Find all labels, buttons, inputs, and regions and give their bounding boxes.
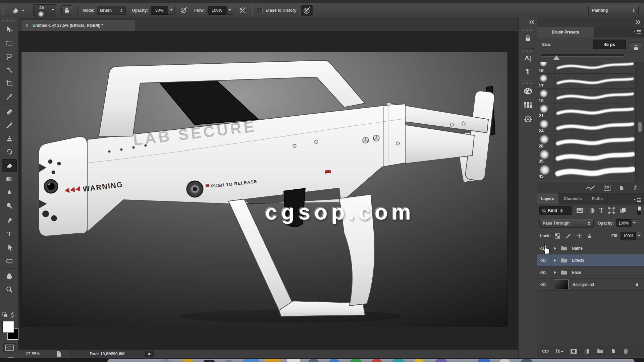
airbrush-toggle-button[interactable] bbox=[301, 5, 313, 16]
dock-icon[interactable] bbox=[435, 359, 447, 362]
fill-arrow[interactable] bbox=[636, 232, 642, 240]
brush-panel-menu-icon[interactable] bbox=[634, 30, 641, 34]
dock-icon[interactable] bbox=[204, 360, 215, 362]
erase-to-history-checkbox[interactable] bbox=[257, 8, 263, 13]
dock-icon[interactable] bbox=[309, 359, 319, 362]
tab-close-icon[interactable]: × bbox=[25, 22, 29, 28]
tool-brush[interactable] bbox=[2, 119, 17, 132]
zoom-level[interactable]: 27,55% bbox=[26, 352, 40, 356]
lock-position-icon[interactable] bbox=[576, 233, 582, 239]
dock-icon[interactable] bbox=[500, 359, 510, 362]
filter-kind-dropdown[interactable]: Kind bbox=[539, 206, 572, 215]
tab-channels[interactable]: Channels bbox=[559, 193, 587, 204]
brush-list-view-icon[interactable] bbox=[604, 185, 610, 191]
dock-icon[interactable] bbox=[392, 359, 405, 362]
layer-row-effects[interactable]: Effects bbox=[537, 254, 644, 266]
lock-pixels-icon[interactable] bbox=[565, 233, 572, 239]
tool-preset-arrow[interactable] bbox=[22, 10, 24, 13]
brush-preset-row[interactable]: 16 bbox=[537, 62, 635, 74]
dock-icon[interactable] bbox=[243, 359, 259, 362]
layer-name[interactable]: Base bbox=[572, 270, 581, 275]
mode-dropdown[interactable]: Brush bbox=[97, 6, 126, 15]
layers-opacity-arrow[interactable] bbox=[631, 219, 637, 227]
foreground-color-swatch[interactable] bbox=[3, 321, 14, 333]
quick-mask-button[interactable] bbox=[3, 343, 15, 352]
filter-toggle-switch[interactable] bbox=[637, 206, 641, 215]
filter-pixel-layers-icon[interactable] bbox=[576, 207, 584, 214]
brush-list-scrollbar[interactable] bbox=[635, 62, 644, 182]
new-adjustment-layer-icon[interactable] bbox=[584, 348, 590, 354]
character-panel-icon[interactable]: A| bbox=[521, 53, 535, 63]
strip-grip-2[interactable] bbox=[522, 51, 534, 52]
dock-icon[interactable] bbox=[265, 359, 280, 362]
expand-triangle-icon[interactable] bbox=[554, 271, 558, 274]
tool-gradient[interactable] bbox=[2, 173, 17, 185]
filter-type-layers-icon[interactable]: T bbox=[599, 207, 603, 214]
new-layer-icon[interactable] bbox=[610, 348, 616, 354]
delete-brush-icon[interactable] bbox=[633, 185, 639, 191]
dock-icon[interactable] bbox=[521, 359, 532, 362]
dock-icon[interactable] bbox=[161, 359, 170, 362]
toggle-brush-panel-button[interactable] bbox=[61, 5, 72, 15]
tool-hand[interactable] bbox=[2, 270, 17, 283]
opacity-arrow[interactable] bbox=[168, 6, 175, 15]
brush-preset-row[interactable]: 24 bbox=[537, 119, 635, 134]
dock-icon[interactable] bbox=[225, 360, 233, 362]
strip-grip-3[interactable] bbox=[522, 82, 534, 84]
pressure-opacity-icon[interactable] bbox=[180, 6, 188, 14]
document-tab[interactable]: × Untitled-1 @ 27,5% (Effects, RGB/8) * bbox=[21, 19, 135, 31]
brush-folder-button[interactable] bbox=[630, 42, 642, 53]
flow-arrow[interactable] bbox=[226, 6, 233, 15]
swap-colors-icon[interactable] bbox=[2, 312, 17, 320]
tool-lasso[interactable] bbox=[2, 50, 17, 63]
tool-path-select[interactable] bbox=[2, 241, 17, 254]
brush-panel-icon[interactable] bbox=[521, 33, 535, 44]
options-bar-grip[interactable] bbox=[2, 5, 4, 15]
tool-crop[interactable] bbox=[2, 77, 17, 90]
strip-grip-1[interactable] bbox=[522, 29, 534, 31]
lock-transparent-icon[interactable] bbox=[555, 233, 560, 239]
layer-name[interactable]: Name bbox=[572, 246, 583, 251]
tool-zoom[interactable] bbox=[2, 283, 17, 296]
brush-size-slider-thumb[interactable] bbox=[553, 52, 559, 60]
styles-panel-icon[interactable] bbox=[521, 100, 535, 110]
swatches-panel-icon[interactable] bbox=[521, 86, 535, 97]
brush-preset-row[interactable]: 17 bbox=[537, 74, 635, 89]
dock-icon[interactable] bbox=[478, 359, 490, 362]
dock-icon[interactable] bbox=[350, 359, 362, 362]
dock-icon[interactable] bbox=[183, 359, 193, 362]
tool-eyedropper[interactable] bbox=[2, 90, 17, 103]
filter-shape-layers-icon[interactable] bbox=[608, 207, 615, 214]
brush-preset-picker[interactable]: 45 bbox=[33, 4, 56, 16]
dock-icon[interactable] bbox=[457, 359, 467, 362]
expand-panels-icon[interactable] bbox=[635, 20, 641, 24]
fill-input[interactable]: 100% bbox=[621, 232, 636, 240]
expand-triangle-icon[interactable] bbox=[554, 247, 558, 250]
scrollbar-thumb[interactable] bbox=[638, 122, 642, 132]
paragraph-panel-icon[interactable]: ¶ bbox=[521, 66, 535, 76]
brush-preset-row[interactable]: 21 bbox=[537, 104, 635, 119]
delete-layer-icon[interactable] bbox=[623, 348, 629, 354]
dock-icon[interactable] bbox=[287, 359, 300, 362]
collapse-panels-icon[interactable] bbox=[529, 20, 534, 24]
tool-marquee[interactable] bbox=[2, 37, 17, 50]
filter-adjustment-layers-icon[interactable] bbox=[588, 207, 595, 214]
brush-size-input[interactable]: 45 px bbox=[593, 40, 626, 49]
tool-type[interactable]: T bbox=[2, 228, 17, 241]
canvas-document[interactable]: LAB SECURE WARNING PUSH TO RELEASE cgsop… bbox=[21, 52, 507, 327]
layer-row-background[interactable]: Background bbox=[537, 279, 644, 291]
navigator-panel-icon[interactable] bbox=[521, 113, 535, 125]
tool-magic-wand[interactable] bbox=[2, 64, 17, 76]
brush-preset-row[interactable]: 28 bbox=[537, 134, 635, 149]
tool-healing-brush[interactable] bbox=[2, 106, 17, 118]
tab-layers[interactable]: Layers bbox=[537, 193, 559, 204]
dock-icon[interactable] bbox=[414, 359, 424, 362]
lock-all-icon[interactable] bbox=[587, 233, 592, 239]
add-layer-mask-icon[interactable] bbox=[570, 349, 577, 354]
layer-name[interactable]: Background bbox=[573, 282, 594, 287]
workspace-switcher[interactable]: Painting bbox=[588, 6, 639, 15]
dock-icon[interactable] bbox=[372, 359, 382, 362]
visibility-toggle[interactable] bbox=[537, 254, 550, 266]
new-brush-icon[interactable] bbox=[619, 185, 625, 191]
tab-paths[interactable]: Paths bbox=[587, 193, 608, 204]
